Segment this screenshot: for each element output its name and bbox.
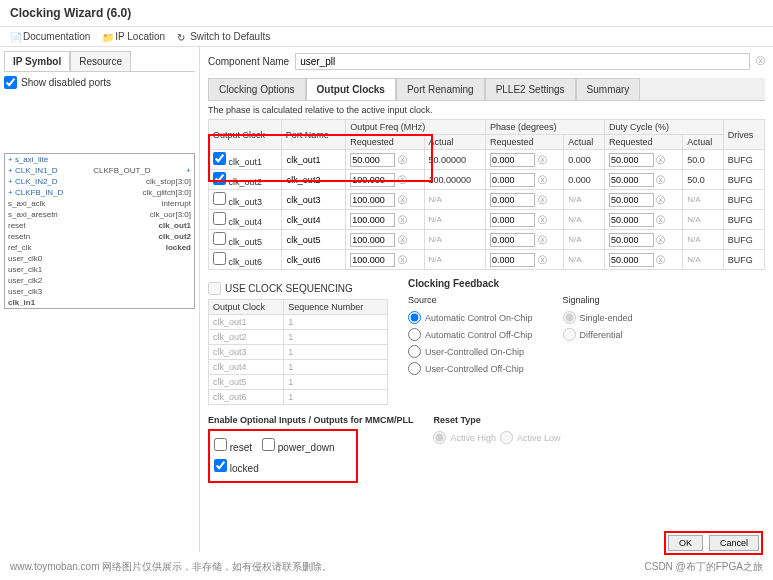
clear-icon[interactable]: ⓧ [656,255,665,265]
table-row: clk_out5 ⓧ N/A ⓧ N/A ⓧ N/A BUFG [209,230,765,250]
locked-checkbox[interactable] [214,459,227,472]
cancel-button[interactable]: Cancel [709,535,759,551]
tab-output-clocks[interactable]: Output Clocks [306,78,396,100]
highlight-frame-2: reset power_down locked [208,429,358,483]
clear-icon[interactable]: ⓧ [398,175,407,185]
folder-icon: 📁 [102,32,112,42]
tab-resource[interactable]: Resource [70,51,131,71]
tabs: Clocking Options Output Clocks Port Rena… [208,78,765,101]
clk-enable-checkbox[interactable] [213,252,226,265]
source-label: Source [408,295,533,305]
port-name-input[interactable] [286,174,331,186]
clear-icon[interactable]: ⓧ [656,195,665,205]
clk-enable-checkbox[interactable] [213,232,226,245]
tab-ip-symbol[interactable]: IP Symbol [4,51,70,71]
freq-requested-input[interactable] [350,253,395,267]
freq-requested-input[interactable] [350,213,395,227]
use-seq-label: USE CLOCK SEQUENCING [225,283,353,294]
table-row: clk_out61 [209,390,388,405]
clear-icon[interactable]: ⓧ [538,235,547,245]
clear-icon[interactable]: ⓧ [538,255,547,265]
watermark: www.toymoban.com 网络图片仅供展示，非存储，如有侵权请联系删除。… [10,560,763,574]
clear-icon[interactable]: ⓧ [398,195,407,205]
window-title: Clocking Wizard (6.0) [0,0,773,27]
clear-icon[interactable]: ⓧ [656,175,665,185]
table-row: clk_out31 [209,345,388,360]
clear-icon[interactable]: ⓧ [656,215,665,225]
clear-icon[interactable]: ⓧ [398,255,407,265]
clear-icon[interactable]: ⓧ [656,155,665,165]
freq-requested-input[interactable] [350,173,395,187]
ip-location-link[interactable]: 📁IP Location [102,31,165,42]
use-clock-sequencing-checkbox [208,282,221,295]
duty-requested-input[interactable] [609,233,654,247]
reset-active-high [433,431,446,444]
phase-requested-input[interactable] [490,173,535,187]
phase-requested-input[interactable] [490,153,535,167]
duty-requested-input[interactable] [609,173,654,187]
phase-requested-input[interactable] [490,233,535,247]
source-user-off-chip[interactable] [408,362,421,375]
ip-symbol-diagram: + s_axi_lite + CLK_IN1_DCLKFB_OUT_D + + … [4,153,195,309]
table-row: clk_out41 [209,360,388,375]
port-name-input[interactable] [286,194,331,206]
port-name-input[interactable] [286,154,331,166]
clear-icon[interactable]: ⓧ [538,175,547,185]
freq-requested-input[interactable] [350,233,395,247]
phase-requested-input[interactable] [490,253,535,267]
source-user-on-chip[interactable] [408,345,421,358]
component-name-input[interactable] [295,53,750,70]
tab-plle2-settings[interactable]: PLLE2 Settings [485,78,576,100]
signaling-differential [563,328,576,341]
show-disabled-ports-checkbox[interactable] [4,76,17,89]
reset-checkbox[interactable] [214,438,227,451]
phase-requested-input[interactable] [490,213,535,227]
clear-icon[interactable]: ⓧ [398,155,407,165]
optional-io-title: Enable Optional Inputs / Outputs for MMC… [208,415,413,425]
clear-icon[interactable]: ⓧ [656,235,665,245]
documentation-link[interactable]: 📄Documentation [10,31,90,42]
duty-requested-input[interactable] [609,253,654,267]
clk-enable-checkbox[interactable] [213,192,226,205]
source-auto-off-chip[interactable] [408,328,421,341]
reset-type-title: Reset Type [433,415,560,425]
component-name-label: Component Name [208,56,289,67]
port-name-input[interactable] [286,234,331,246]
duty-requested-input[interactable] [609,153,654,167]
tab-port-renaming[interactable]: Port Renaming [396,78,485,100]
table-row: clk_out1 ⓧ 50.00000 ⓧ 0.000 ⓧ 50.0 BUFG [209,150,765,170]
tab-clocking-options[interactable]: Clocking Options [208,78,306,100]
power-down-checkbox[interactable] [262,438,275,451]
source-auto-on-chip[interactable] [408,311,421,324]
tab-summary[interactable]: Summary [576,78,641,100]
show-disabled-label: Show disabled ports [21,77,111,88]
output-clocks-table: Output Clock Port Name Output Freq (MHz)… [208,119,765,270]
table-row: clk_out4 ⓧ N/A ⓧ N/A ⓧ N/A BUFG [209,210,765,230]
signaling-single-ended [563,311,576,324]
port-name-input[interactable] [286,214,331,226]
switch-defaults-link[interactable]: ↻Switch to Defaults [177,31,270,42]
table-row: clk_out21 [209,330,388,345]
refresh-icon: ↻ [177,32,187,42]
ok-button[interactable]: OK [668,535,703,551]
clear-icon[interactable]: ⓧ [538,155,547,165]
table-row: clk_out3 ⓧ N/A ⓧ N/A ⓧ N/A BUFG [209,190,765,210]
phase-requested-input[interactable] [490,193,535,207]
clocking-feedback-title: Clocking Feedback [408,278,765,289]
clk-enable-checkbox[interactable] [213,172,226,185]
freq-requested-input[interactable] [350,153,395,167]
clear-icon[interactable]: ⓧ [398,235,407,245]
clear-icon[interactable]: ⓧ [398,215,407,225]
clear-icon[interactable]: ⓧ [756,55,765,68]
toolbar: 📄Documentation 📁IP Location ↻Switch to D… [0,27,773,47]
duty-requested-input[interactable] [609,213,654,227]
port-name-input[interactable] [286,254,331,266]
clear-icon[interactable]: ⓧ [538,195,547,205]
duty-requested-input[interactable] [609,193,654,207]
clk-enable-checkbox[interactable] [213,152,226,165]
clk-enable-checkbox[interactable] [213,212,226,225]
clear-icon[interactable]: ⓧ [538,215,547,225]
right-panel: Component Name ⓧ Clocking Options Output… [200,47,773,552]
table-row: clk_out2 ⓧ 100.00000 ⓧ 0.000 ⓧ 50.0 BUFG [209,170,765,190]
freq-requested-input[interactable] [350,193,395,207]
